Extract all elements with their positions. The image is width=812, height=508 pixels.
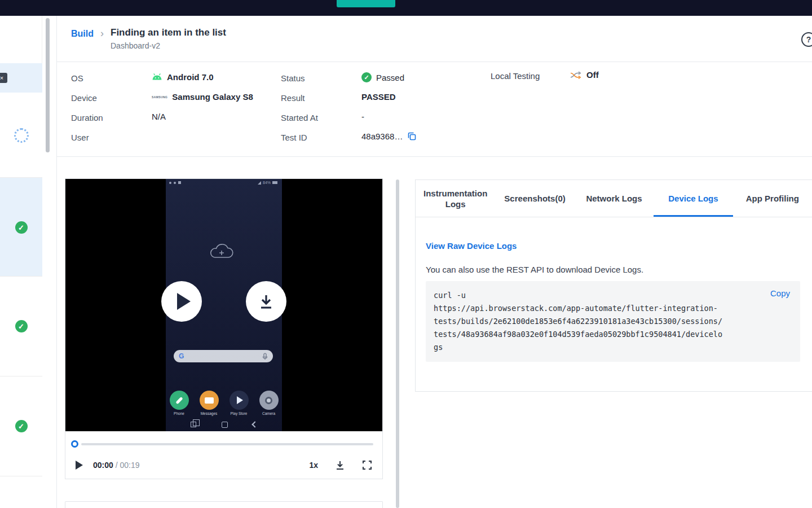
- test-id-label: Test ID: [281, 133, 307, 142]
- tab-network-logs[interactable]: Network Logs: [575, 180, 654, 217]
- test-list-item[interactable]: [0, 93, 42, 178]
- messages-app-icon: Messages: [199, 391, 219, 415]
- breadcrumb-chevron-icon: ›: [100, 28, 104, 40]
- test-list-sidebar: × ✓ ✓ ✓: [0, 16, 42, 508]
- device-value: SAMSUNG Samsung Galaxy S8: [152, 92, 253, 102]
- cloud-upload-icon: [209, 244, 235, 262]
- download-video-button[interactable]: [246, 281, 286, 322]
- phone-app-dock: Phone Messages Play Store Camera: [166, 391, 282, 415]
- logs-tabs: Instrumentation Logs Screenshots(0) Netw…: [416, 180, 812, 217]
- page-title: Finding an item in the list: [111, 27, 226, 38]
- main-panel: Build › Finding an item in the list Dash…: [56, 16, 812, 508]
- tab-app-profiling[interactable]: App Profiling: [733, 180, 812, 217]
- top-navigation-bar: [0, 0, 812, 16]
- google-search-bar: G: [174, 350, 273, 362]
- view-raw-device-logs-link[interactable]: View Raw Device Logs: [426, 241, 517, 251]
- curl-line: gs: [434, 341, 749, 354]
- curl-line: tests/builds/2e62100de1853e6f4a622391018…: [434, 315, 749, 328]
- fullscreen-button[interactable]: [362, 460, 372, 470]
- next-section-card: [65, 501, 383, 508]
- video-player-card: 84% G: [65, 178, 383, 479]
- duration-label: Duration: [71, 113, 103, 122]
- passed-check-icon: ✓: [15, 320, 28, 332]
- android-icon: [152, 72, 162, 82]
- player-controls: 00:00 / 00:19 1x: [65, 431, 382, 479]
- content-scrollbar[interactable]: [396, 179, 399, 508]
- build-subtitle: Dashboard-v2: [111, 41, 226, 50]
- sidebar-filter-row: ×: [0, 63, 42, 93]
- os-value: Android 7.0: [152, 72, 214, 82]
- session-meta-section: OS Android 7.0 Device SAMSUNG Samsung Ga…: [57, 62, 812, 157]
- home-icon: [222, 422, 228, 428]
- back-icon: [251, 421, 258, 427]
- started-at-value: -: [361, 112, 364, 121]
- time-display: 00:00 / 00:19: [93, 461, 140, 470]
- result-value: PASSED: [361, 92, 396, 102]
- close-filter-button[interactable]: ×: [0, 73, 7, 83]
- seek-handle[interactable]: [71, 440, 78, 448]
- breadcrumb: Build › Finding an item in the list Dash…: [71, 27, 226, 50]
- passed-check-icon: ✓: [361, 72, 372, 82]
- duration-value: N/A: [152, 112, 166, 121]
- play-video-button[interactable]: [161, 281, 202, 322]
- status-label: Status: [281, 73, 305, 83]
- local-testing-label: Local Testing: [491, 71, 540, 81]
- curl-code-block: curl -u https://api.browserstack.com/app…: [426, 281, 800, 362]
- phone-statusbar-icons: [169, 181, 181, 184]
- session-header: Build › Finding an item in the list Dash…: [57, 16, 812, 62]
- seek-track[interactable]: [81, 443, 373, 445]
- passed-check-icon: ✓: [15, 221, 28, 234]
- test-list-item[interactable]: ✓: [0, 376, 42, 476]
- curl-line: tests/48a93684af98a032e0f104d539faeda050…: [434, 328, 749, 341]
- rest-api-description: You can also use the REST API to downloa…: [426, 265, 802, 274]
- play-button[interactable]: [76, 461, 83, 470]
- result-label: Result: [281, 93, 305, 103]
- user-label: User: [71, 133, 89, 142]
- logs-panel: Instrumentation Logs Screenshots(0) Netw…: [415, 179, 812, 392]
- local-testing-value: Off: [570, 70, 599, 80]
- session-content: 84% G: [57, 157, 812, 508]
- device-label: Device: [71, 93, 97, 103]
- test-id-value: 48a9368…: [361, 132, 417, 141]
- os-label: OS: [71, 73, 83, 83]
- samsung-logo-icon: SAMSUNG: [152, 95, 167, 99]
- test-list-item[interactable]: ✓: [0, 277, 42, 376]
- playback-speed-button[interactable]: 1x: [309, 461, 318, 470]
- phone-statusbar-battery: 84%: [258, 181, 277, 185]
- topbar-accent-button[interactable]: [337, 0, 395, 7]
- video-frame: 84% G: [65, 179, 382, 431]
- download-recording-button[interactable]: [335, 460, 345, 470]
- loading-spinner-icon: [14, 128, 29, 143]
- local-testing-icon: [570, 71, 582, 79]
- phone-app-icon: Phone: [169, 391, 189, 415]
- tab-device-logs[interactable]: Device Logs: [654, 180, 732, 217]
- tab-screenshots[interactable]: Screenshots(0): [495, 180, 574, 217]
- breadcrumb-build-link[interactable]: Build: [71, 29, 94, 39]
- passed-check-icon: ✓: [15, 420, 28, 432]
- sidebar-scrollbar[interactable]: [46, 18, 50, 152]
- play-store-app-icon: Play Store: [229, 391, 249, 415]
- recents-icon: [191, 422, 196, 427]
- google-logo: G: [179, 352, 184, 360]
- mic-icon: [262, 353, 268, 360]
- test-list-item[interactable]: ✓: [0, 178, 42, 277]
- curl-line: https://api.browserstack.com/app-automat…: [434, 302, 749, 315]
- phone-navigation-bar: [166, 421, 282, 428]
- copy-curl-button[interactable]: Copy: [770, 288, 790, 298]
- curl-line: curl -u: [434, 289, 749, 302]
- copy-test-id-button[interactable]: [407, 132, 417, 141]
- started-at-label: Started At: [281, 113, 318, 122]
- tab-instrumentation-logs[interactable]: Instrumentation Logs: [416, 180, 495, 217]
- status-value: ✓ Passed: [361, 72, 404, 82]
- test-list-item[interactable]: [0, 476, 42, 508]
- camera-app-icon: Camera: [259, 391, 279, 415]
- help-button[interactable]: ?: [801, 32, 812, 47]
